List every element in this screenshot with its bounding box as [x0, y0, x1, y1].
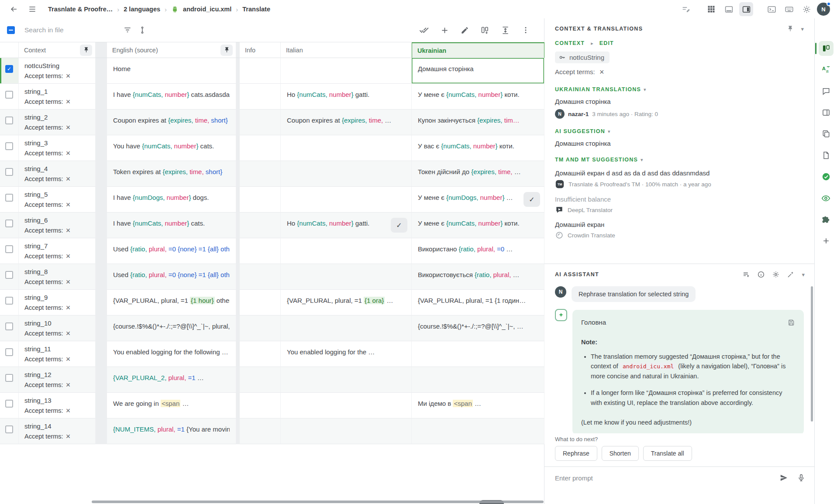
pin-icon[interactable] — [220, 45, 233, 56]
terms-cross-icon[interactable]: × — [66, 406, 71, 415]
add-column-icon[interactable] — [480, 26, 489, 35]
row-select-cell[interactable] — [0, 187, 19, 213]
terms-cross-icon[interactable]: × — [599, 68, 604, 76]
chevron-down-icon[interactable]: ▾ — [608, 129, 611, 134]
ukrainian-cell[interactable] — [412, 367, 544, 393]
row-checkbox[interactable] — [5, 271, 13, 279]
suggestion-item[interactable]: Insufficient balanceDeepL Translator — [555, 195, 804, 214]
header-info[interactable]: Info — [240, 42, 281, 58]
ukrainian-cell[interactable] — [412, 341, 544, 367]
save-suggestion-icon[interactable] — [787, 319, 795, 326]
source-cell[interactable]: You enabled logging for the following … — [107, 341, 236, 367]
terms-cross-icon[interactable]: × — [66, 97, 71, 106]
header-english[interactable]: English (source) — [107, 42, 236, 58]
pin-icon[interactable] — [80, 45, 92, 56]
row-checkbox[interactable] — [5, 219, 13, 227]
shorten-button[interactable]: Shorten — [602, 446, 639, 461]
draft-file-icon[interactable] — [819, 148, 834, 163]
info-cell[interactable] — [240, 418, 281, 444]
terms-cross-icon[interactable]: × — [66, 329, 71, 338]
context-cell[interactable]: notIcuStringAccept terms:× — [19, 58, 96, 84]
ai-suggestion-text[interactable]: Домашня сторінка — [555, 140, 804, 147]
menu-icon[interactable] — [25, 2, 39, 16]
chevron-down-icon[interactable]: ▾ — [641, 157, 644, 163]
row-select-cell[interactable] — [0, 110, 19, 135]
italian-cell[interactable] — [281, 264, 412, 290]
info-icon[interactable] — [757, 271, 765, 278]
breadcrumb-languages[interactable]: 2 languages — [124, 6, 160, 13]
search-input[interactable] — [24, 26, 99, 34]
source-cell[interactable]: Token expires at {expires, time, short} — [107, 161, 236, 187]
italian-cell[interactable]: Coupon expires at {expires, time, … — [281, 110, 412, 135]
back-button[interactable] — [7, 2, 21, 16]
source-cell[interactable]: Coupon expires at {expires, time, short} — [107, 110, 236, 135]
info-cell[interactable] — [240, 238, 281, 264]
duplicates-icon[interactable] — [819, 127, 834, 141]
source-cell[interactable]: {VAR_PLURAL, plural, =1 {1 hour} other {… — [107, 290, 236, 315]
horizontal-scrollbar[interactable] — [92, 501, 544, 503]
breadcrumb-file[interactable]: android_icu.xml — [183, 6, 231, 13]
breadcrumb-project[interactable]: Trasnlate & Proofre… — [48, 6, 113, 13]
source-cell[interactable]: You have {numCats, number} cats. — [107, 135, 236, 161]
terms-cross-icon[interactable]: × — [66, 381, 71, 389]
header-ukrainian[interactable]: Ukrainian — [412, 42, 544, 58]
ukrainian-cell[interactable]: Домашня сторінка — [412, 58, 544, 84]
row-select-cell[interactable] — [0, 393, 19, 418]
terms-cross-icon[interactable]: × — [66, 149, 71, 158]
row-select-cell[interactable] — [0, 84, 19, 110]
header-italian[interactable]: Italian — [281, 42, 412, 58]
terms-cross-icon[interactable]: × — [66, 303, 71, 312]
italian-cell[interactable]: {VAR_PLURAL, plural, =1 {1 ora} … — [281, 290, 412, 315]
italian-cell[interactable] — [281, 58, 412, 84]
ukrainian-cell[interactable]: Купон закінчується {expires, tim… — [412, 110, 544, 135]
advanced-filter-icon[interactable] — [138, 26, 147, 34]
terms-cross-icon[interactable]: × — [66, 175, 71, 183]
info-cell[interactable] — [240, 290, 281, 315]
italian-cell[interactable] — [281, 418, 412, 444]
sidebar-panel-icon[interactable] — [819, 105, 834, 120]
source-cell[interactable]: I have {numCats, number} cats. — [107, 213, 236, 238]
italian-cell[interactable] — [281, 315, 412, 341]
row-select-cell[interactable] — [0, 315, 19, 341]
breadcrumb-mode[interactable]: Translate — [242, 6, 270, 13]
row-select-cell[interactable] — [0, 264, 19, 290]
comments-icon[interactable] — [819, 84, 834, 99]
source-cell[interactable]: {NUM_ITEMS, plural, =1 {You are moving … — [107, 418, 236, 444]
prompts-icon[interactable] — [742, 271, 750, 278]
language-icon[interactable]: Aя — [819, 62, 834, 77]
context-link[interactable]: CONTEXT — [555, 40, 585, 46]
context-cell[interactable]: string_10Accept terms:× — [19, 315, 96, 341]
ukrainian-cell[interactable]: Використовується {ratio, plural, … — [412, 264, 544, 290]
settings-gear-icon[interactable] — [799, 2, 813, 16]
row-select-cell[interactable] — [0, 161, 19, 187]
pin-icon[interactable] — [787, 25, 794, 32]
info-cell[interactable] — [240, 84, 281, 110]
source-cell[interactable]: We are going in <span … — [107, 393, 236, 418]
approve-all-icon[interactable] — [419, 25, 429, 35]
chevron-down-icon[interactable]: ▾ — [644, 87, 647, 93]
translation-text[interactable]: Домашня сторінка — [555, 98, 804, 105]
row-select-cell[interactable] — [0, 367, 19, 393]
ukrainian-cell[interactable]: У мене є {numCats, number} коти. — [412, 213, 544, 238]
context-cell[interactable]: string_7Accept terms:× — [19, 238, 96, 264]
italian-cell[interactable] — [281, 238, 412, 264]
row-checkbox[interactable]: ✓ — [5, 65, 13, 73]
ukrainian-cell[interactable]: {course.!$%&()*+-./:;=?@[\\]^_`|~, … — [412, 315, 544, 341]
terms-cross-icon[interactable]: × — [66, 355, 71, 363]
plugins-puzzle-icon[interactable] — [819, 212, 834, 227]
row-select-cell[interactable]: ✓ — [0, 58, 19, 84]
info-cell[interactable] — [240, 315, 281, 341]
suggestion-item[interactable]: Домашній екран d asd as da d asd das dda… — [555, 169, 804, 189]
context-cell[interactable]: string_1Accept terms:× — [19, 84, 96, 110]
context-cell[interactable]: string_9Accept terms:× — [19, 290, 96, 315]
string-key-chip[interactable]: notIcuString — [555, 51, 610, 63]
add-string-icon[interactable] — [440, 26, 449, 35]
keyboard-shortcuts-icon[interactable] — [782, 2, 796, 16]
row-checkbox[interactable] — [5, 425, 13, 433]
translator-avatar[interactable]: N — [555, 109, 565, 119]
row-checkbox[interactable] — [5, 194, 13, 202]
info-cell[interactable] — [240, 367, 281, 393]
collapse-chevron-icon[interactable]: ▾ — [801, 26, 804, 32]
more-options-icon[interactable] — [521, 26, 530, 34]
rephrase-button[interactable]: Rephrase — [555, 446, 597, 461]
